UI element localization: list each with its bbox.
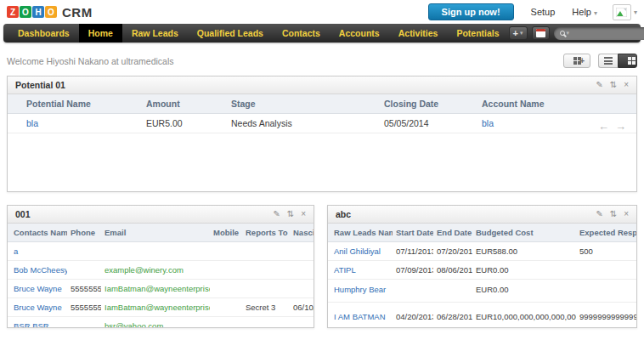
table-cell: 08/06/2013 — [433, 261, 472, 280]
table-cell — [290, 317, 314, 329]
nav-item-raw-leads[interactable]: Raw Leads — [122, 24, 188, 42]
table-cell — [433, 280, 472, 303]
column-header: Contacts Name — [8, 224, 67, 242]
record-link[interactable]: Humphry Bear — [328, 280, 393, 303]
search-box[interactable]: ▾ — [554, 27, 644, 40]
panel-title: Potential 01 — [15, 80, 65, 90]
table-cell: 5555555 — [67, 298, 101, 317]
panel-title: abc — [336, 209, 351, 219]
table-row: blaEUR5.00Needs Analysis05/05/2014bla — [8, 114, 636, 133]
close-icon[interactable]: × — [624, 210, 629, 218]
table-row: Anil Ghildiyal07/11/201307/20/2013EUR588… — [328, 242, 636, 261]
record-link[interactable]: Bob McCheesy — [8, 261, 67, 280]
add-record-button[interactable]: +▾ — [509, 26, 528, 40]
table-row: Humphry BearEUR0.00 — [328, 280, 636, 303]
next-page-arrow[interactable]: → — [615, 121, 626, 132]
record-link[interactable]: bla — [8, 114, 139, 133]
table-cell — [290, 280, 314, 298]
add-component-button[interactable]: + — [563, 54, 590, 68]
column-header: Closing Date — [377, 94, 475, 114]
email-link[interactable]: bsr@yahoo.com — [101, 317, 210, 329]
nav-item-home[interactable]: Home — [79, 24, 122, 42]
caret-down-icon: ▾ — [520, 30, 523, 37]
logo-letter: O — [45, 6, 57, 18]
table-cell — [290, 261, 314, 280]
record-link[interactable]: a — [8, 242, 67, 261]
edit-icon[interactable]: ✎ — [596, 81, 602, 89]
header-actions: Sign up now! Setup Help▾ ▾ — [428, 3, 637, 20]
help-link[interactable]: Help▾ — [572, 7, 597, 17]
record-link[interactable]: Bruce Wayne — [8, 298, 67, 317]
nav-item-dashboards[interactable]: Dashboards — [8, 24, 79, 42]
nav-item-qualified-leads[interactable]: Qualified Leads — [188, 24, 273, 42]
table-cell — [67, 261, 101, 280]
refresh-icon[interactable]: ⇅ — [610, 81, 617, 89]
grid-view-button[interactable] — [618, 54, 637, 68]
list-view-button[interactable] — [598, 54, 618, 68]
top-header: Z O H O CRM Sign up now! Setup Help▾ ▾ — [0, 0, 644, 24]
table-cell — [242, 317, 290, 329]
table-cell: 07/20/2013 — [433, 242, 472, 261]
table-cell: EUR0.00 — [472, 280, 576, 303]
table-cell: EUR10,000,000,000,000,000.00 — [472, 303, 576, 329]
table-cell — [242, 242, 290, 261]
calendar-button[interactable] — [532, 26, 550, 40]
email-link[interactable]: example@winery.com — [101, 261, 210, 280]
rawleads-panel: abc ✎ ⇅ × Raw Leads NameStart DateEnd Da… — [327, 205, 637, 328]
column-header: Stage — [224, 94, 377, 114]
profile-button[interactable] — [613, 4, 631, 20]
table-cell — [576, 261, 636, 280]
search-icon — [560, 31, 565, 36]
grid-plus-icon — [569, 57, 577, 65]
nav-item-accounts[interactable]: Accounts — [330, 24, 389, 42]
table-cell: EUR588.00 — [472, 242, 576, 261]
refresh-icon[interactable]: ⇅ — [287, 210, 294, 218]
plus-icon: + — [513, 29, 518, 38]
nav-item-potentials[interactable]: Potentials — [447, 24, 508, 42]
potentials-table: Potential NameAmountStageClosing DateAcc… — [8, 94, 636, 133]
main-nav: Dashboards Home Raw Leads Qualified Lead… — [3, 24, 641, 42]
calendar-icon — [536, 29, 545, 37]
email-link[interactable]: IamBatman@wayneenterprise.com — [101, 298, 210, 317]
prev-page-arrow[interactable]: ← — [598, 121, 609, 132]
refresh-icon[interactable]: ⇅ — [610, 210, 617, 218]
pager: ← → — [598, 121, 626, 132]
table-cell: 06/28/2013 — [433, 303, 472, 329]
column-header: Email — [101, 224, 210, 242]
table-cell: 06/10/0 — [290, 298, 314, 317]
table-row: BSR BSRbsr@yahoo.com — [8, 317, 314, 329]
close-icon[interactable]: × — [624, 81, 629, 89]
profile-image-icon — [616, 8, 627, 17]
logo-letter: H — [32, 6, 44, 18]
record-link[interactable]: Anil Ghildiyal — [328, 242, 393, 261]
table-cell — [242, 261, 290, 280]
record-link[interactable]: I AM BATMAN — [328, 303, 393, 329]
rawleads-table: Raw Leads NameStart DateEnd DateBudgeted… — [328, 224, 636, 328]
record-link[interactable]: Bruce Wayne — [8, 280, 67, 298]
table-cell: 5555555 — [67, 280, 101, 298]
column-header: End Date — [433, 224, 472, 242]
edit-icon[interactable]: ✎ — [273, 210, 280, 218]
nav-item-activities[interactable]: Activities — [389, 24, 448, 42]
table-cell — [210, 242, 242, 261]
record-link[interactable]: ATIPL — [328, 261, 393, 280]
edit-icon[interactable]: ✎ — [596, 210, 602, 218]
contacts-panel: 001 ✎ ⇅ × Contacts NamePhoneEmailMobileR… — [7, 205, 314, 328]
zoho-logo[interactable]: Z O H O CRM — [7, 5, 93, 20]
column-header: Mobile — [210, 224, 242, 242]
column-header: Raw Leads Name — [328, 224, 393, 242]
panel-title: 001 — [15, 209, 31, 219]
record-link[interactable]: BSR BSR — [8, 317, 67, 329]
email-link[interactable]: IamBatman@wayneenterprise.com — [101, 280, 210, 298]
column-header: Start Date — [393, 224, 433, 242]
table-cell: 9999999999999 — [576, 303, 636, 329]
setup-link[interactable]: Setup — [531, 7, 556, 17]
nav-item-contacts[interactable]: Contacts — [273, 24, 330, 42]
close-icon[interactable]: × — [301, 210, 306, 218]
column-header: Account Name — [475, 94, 636, 114]
profile-caret-icon[interactable]: ▾ — [634, 8, 637, 16]
table-cell — [67, 317, 101, 329]
column-header: Potential Name — [8, 94, 139, 114]
signup-button[interactable]: Sign up now! — [428, 3, 514, 20]
table-cell — [393, 280, 433, 303]
